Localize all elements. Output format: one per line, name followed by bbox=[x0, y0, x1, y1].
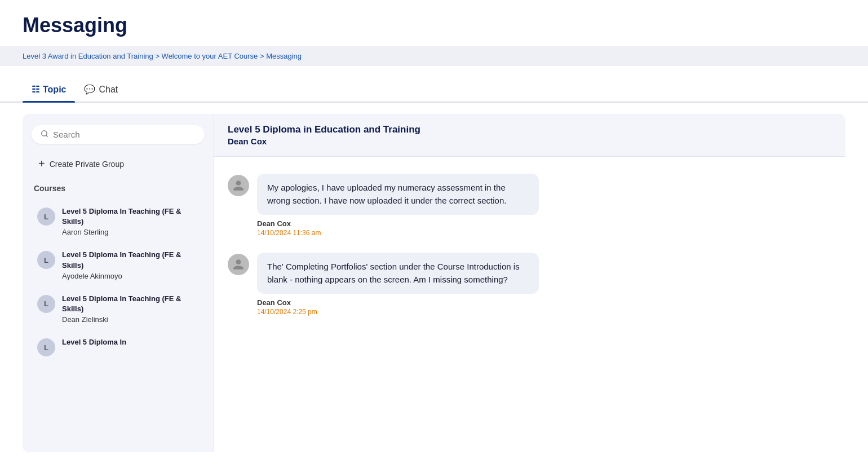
search-icon bbox=[41, 130, 48, 139]
message-block: The' Completing Portfolios' section unde… bbox=[228, 253, 832, 316]
message-meta: Dean Cox 14/10/2024 2:25 pm bbox=[228, 298, 832, 316]
main-content: + Create Private Group Courses L Level 5… bbox=[23, 114, 845, 452]
breadcrumb: Level 3 Award in Education and Training … bbox=[0, 46, 868, 66]
course-info: Level 5 Diploma In Teaching (FE & Skills… bbox=[62, 206, 199, 236]
course-item[interactable]: L Level 5 Diploma In Teaching (FE & Skil… bbox=[32, 200, 205, 243]
chat-icon: 💬 bbox=[84, 84, 95, 95]
course-item[interactable]: L Level 5 Diploma In Teaching (FE & Skil… bbox=[32, 287, 205, 330]
avatar bbox=[228, 175, 249, 196]
avatar: L bbox=[37, 338, 55, 356]
sidebar: + Create Private Group Courses L Level 5… bbox=[23, 114, 214, 452]
course-name: Level 5 Diploma In Teaching (FE & Skills… bbox=[62, 250, 199, 270]
breadcrumb-part3: Messaging bbox=[266, 52, 302, 60]
breadcrumb-sep2: > bbox=[258, 52, 266, 60]
message-text: My apologies, I have uploaded my numerac… bbox=[267, 183, 506, 205]
avatar: L bbox=[37, 295, 55, 313]
avatar: L bbox=[37, 208, 55, 226]
course-name: Level 5 Diploma In Teaching (FE & Skills… bbox=[62, 206, 199, 227]
tab-topic-label: Topic bbox=[43, 85, 66, 95]
tabs-row: ☷ Topic 💬 Chat bbox=[0, 77, 868, 103]
course-item[interactable]: L Level 5 Diploma In Teaching (FE & Skil… bbox=[32, 243, 205, 286]
tab-chat[interactable]: 💬 Chat bbox=[75, 77, 127, 102]
avatar: L bbox=[37, 251, 55, 269]
chat-panel: Level 5 Diploma in Education and Trainin… bbox=[214, 114, 845, 452]
tab-topic[interactable]: ☷ Topic bbox=[23, 77, 75, 102]
course-info: Level 5 Diploma In bbox=[62, 337, 199, 347]
breadcrumb-part2[interactable]: Welcome to your AET Course bbox=[162, 52, 258, 60]
avatar bbox=[228, 254, 249, 275]
search-input[interactable] bbox=[53, 130, 196, 139]
create-private-group-button[interactable]: + Create Private Group bbox=[32, 153, 205, 175]
create-group-label: Create Private Group bbox=[50, 160, 124, 169]
course-name: Level 5 Diploma In bbox=[62, 337, 199, 347]
page-title: Messaging bbox=[23, 14, 845, 37]
message-row: The' Completing Portfolios' section unde… bbox=[228, 253, 832, 294]
topic-icon: ☷ bbox=[32, 84, 39, 95]
tab-chat-label: Chat bbox=[99, 85, 118, 95]
chat-messages: My apologies, I have uploaded my numerac… bbox=[214, 157, 845, 452]
plus-icon: + bbox=[38, 157, 45, 170]
message-bubble: My apologies, I have uploaded my numerac… bbox=[257, 174, 539, 215]
message-row: My apologies, I have uploaded my numerac… bbox=[228, 174, 832, 215]
message-sender: Dean Cox bbox=[257, 298, 832, 307]
course-item[interactable]: L Level 5 Diploma In bbox=[32, 330, 205, 363]
svg-line-1 bbox=[46, 135, 48, 137]
message-timestamp: 14/10/2024 11:36 am bbox=[257, 229, 832, 237]
breadcrumb-sep1: > bbox=[153, 52, 162, 60]
course-info: Level 5 Diploma In Teaching (FE & Skills… bbox=[62, 250, 199, 280]
breadcrumb-part1[interactable]: Level 3 Award in Education and Training bbox=[23, 52, 153, 60]
chat-header-subtitle: Dean Cox bbox=[228, 136, 832, 146]
course-person: Dean Zielinski bbox=[62, 315, 199, 324]
message-bubble: The' Completing Portfolios' section unde… bbox=[257, 253, 539, 294]
message-sender: Dean Cox bbox=[257, 219, 832, 228]
message-timestamp: 14/10/2024 2:25 pm bbox=[257, 308, 832, 316]
course-list: L Level 5 Diploma In Teaching (FE & Skil… bbox=[32, 200, 205, 363]
course-person: Aaron Sterling bbox=[62, 228, 199, 236]
courses-label: Courses bbox=[32, 184, 205, 193]
search-box[interactable] bbox=[32, 125, 205, 144]
message-meta: Dean Cox 14/10/2024 11:36 am bbox=[228, 219, 832, 237]
chat-header-title: Level 5 Diploma in Education and Trainin… bbox=[228, 124, 832, 135]
course-info: Level 5 Diploma In Teaching (FE & Skills… bbox=[62, 294, 199, 324]
course-person: Ayodele Akinmoyo bbox=[62, 272, 199, 280]
page-header: Messaging bbox=[0, 0, 868, 46]
message-block: My apologies, I have uploaded my numerac… bbox=[228, 174, 832, 237]
course-name: Level 5 Diploma In Teaching (FE & Skills… bbox=[62, 294, 199, 314]
chat-header: Level 5 Diploma in Education and Trainin… bbox=[214, 114, 845, 157]
message-text: The' Completing Portfolios' section unde… bbox=[267, 262, 520, 284]
